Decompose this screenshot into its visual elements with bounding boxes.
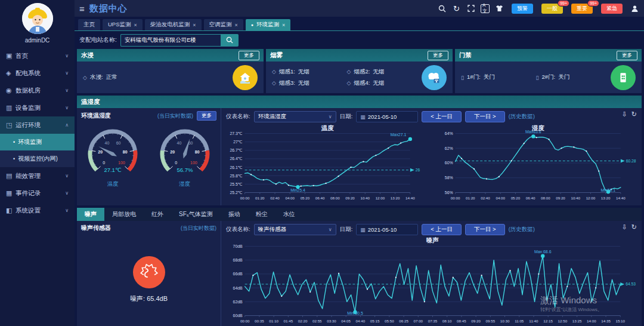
fullscreen-icon[interactable]	[466, 4, 475, 13]
sensor-value: 关门	[484, 73, 495, 81]
svg-text:26.4℃: 26.4℃	[230, 156, 242, 161]
sidebar-item-3[interactable]: ▥设备监测∨	[0, 99, 75, 116]
gauge-0: 02040608010027.1℃温度	[79, 123, 146, 188]
svg-text:09:20: 09:20	[556, 196, 565, 200]
date-input[interactable]: ▦2021-05-10	[356, 111, 418, 122]
sidebar-subitem-0[interactable]: •环境监测	[0, 134, 75, 150]
tab-2[interactable]: 柴油发电机监测×	[145, 19, 202, 30]
svg-text:04:00: 04:00	[496, 196, 505, 200]
smoke-more-button[interactable]: 更多	[428, 51, 448, 60]
tab-3[interactable]: 空调监测×	[204, 19, 243, 30]
home-icon: ▣	[6, 52, 16, 60]
noise-section: 噪声局部放电红外SF₆气体监测振动粉尘水位 噪声传感器 (当日实时数据) 噪声:…	[77, 208, 642, 326]
chevron-down-icon: ∨	[65, 53, 69, 59]
sub-tab-3[interactable]: SF₆气体监测	[171, 208, 221, 221]
noise-meter-select[interactable]: 噪声传感器∨	[254, 224, 336, 235]
close-icon[interactable]: ×	[193, 22, 196, 28]
alarm-badge-3[interactable]: 紧急	[601, 4, 623, 14]
tab-4[interactable]: ●环境监测×	[246, 19, 291, 30]
sub-tab-4[interactable]: 振动	[221, 208, 248, 221]
next-day-button[interactable]: 下一日 >	[465, 224, 505, 235]
svg-text:13:20: 13:20	[600, 196, 610, 200]
alarm-badge-2[interactable]: 重要99+	[571, 4, 593, 14]
calendar-icon: ▦	[360, 227, 366, 233]
sensor-item-0: ◇水浸: 正常	[83, 72, 158, 83]
sidebar-item-1[interactable]: ◈配电系统∨	[0, 64, 75, 82]
refresh-chart-icon[interactable]: ↻	[631, 223, 637, 231]
next-day-button[interactable]: 下一日 >	[465, 111, 505, 122]
alarm-badge-0[interactable]: 预警	[512, 4, 533, 14]
svg-text:80: 80	[195, 150, 200, 154]
sub-tab-5[interactable]: 粉尘	[248, 208, 275, 221]
sensor-item-3: ◇烟感4: 无烟	[347, 78, 422, 89]
tab-1[interactable]: UPS监测×	[103, 19, 143, 30]
search-icon[interactable]	[438, 4, 447, 13]
sensor-label: 烟感2:	[354, 68, 370, 76]
smoke-sensor-icon: ◇	[347, 69, 351, 75]
prev-day-button[interactable]: < 上一日	[422, 111, 462, 122]
svg-text:10:40: 10:40	[360, 196, 370, 200]
sub-tab-0[interactable]: 噪声	[77, 208, 104, 221]
close-icon[interactable]: ×	[235, 22, 238, 28]
refresh-chart-icon[interactable]: ↻	[631, 110, 637, 118]
download-icon[interactable]: ⇩	[622, 110, 627, 118]
avatar[interactable]	[22, 3, 53, 34]
status-panels-row: 水浸 更多 ◇水浸: 正常 烟雾 更多 ◇烟感1: 无烟◇烟感2: 无烟◇烟感3…	[75, 49, 644, 93]
history-data-link[interactable]: (历史数据)	[509, 226, 535, 233]
refresh-icon[interactable]: ↻	[452, 4, 461, 13]
badge-count: 99+	[587, 0, 599, 7]
sub-tab-2[interactable]: 红外	[144, 208, 171, 221]
sidebar-item-4[interactable]: ◳运行环境∧	[0, 116, 75, 134]
sidebar-item-2[interactable]: ◉数据机房∨	[0, 82, 75, 99]
sidebar-item-6[interactable]: ▦事件记录∨	[0, 184, 75, 202]
noise-sensor-pane: 噪声传感器 (当日实时数据) 噪声: 65.4dB	[77, 221, 221, 326]
date-label: 日期:	[340, 113, 353, 121]
gauge-more-button[interactable]: 更多	[197, 111, 216, 121]
meter-select[interactable]: 环境温湿度∨	[254, 111, 336, 122]
water-more-button[interactable]: 更多	[239, 51, 259, 60]
door-more-button[interactable]: 更多	[617, 51, 637, 60]
hamburger-menu-icon[interactable]: ≡	[79, 4, 85, 14]
sidebar-item-5[interactable]: ▤能效管理∨	[0, 167, 75, 184]
substation-search-row: 变配电站名称:	[75, 31, 644, 49]
tab-0[interactable]: 主页	[78, 19, 100, 30]
svg-text:60: 60	[116, 141, 121, 145]
svg-text:04:00: 04:00	[285, 196, 295, 200]
alarm-badge-1[interactable]: 一般99+	[541, 4, 563, 14]
sensor-value: 关门	[558, 73, 569, 81]
smoke-panel-title: 烟雾	[270, 51, 283, 60]
translate-icon[interactable]: A文	[481, 4, 490, 13]
svg-text:02:55: 02:55	[312, 319, 322, 324]
svg-text:06:40: 06:40	[525, 196, 535, 200]
substation-name-input[interactable]	[120, 34, 221, 47]
tab-label: UPS监测	[108, 21, 131, 29]
svg-text:56.7%: 56.7%	[177, 167, 193, 173]
sensor-item-2: ◇烟感3: 无烟	[272, 78, 347, 89]
close-icon[interactable]: ×	[134, 22, 137, 28]
svg-text:60.28: 60.28	[626, 159, 636, 163]
noise-ear-icon	[133, 256, 165, 288]
user-icon[interactable]	[630, 4, 639, 13]
noise-date-input[interactable]: ▦2021-05-10	[356, 224, 418, 235]
chevron-down-icon: ∨	[65, 208, 69, 213]
download-icon[interactable]: ⇩	[622, 223, 627, 231]
svg-text:02:20: 02:20	[298, 319, 308, 324]
prev-day-button[interactable]: < 上一日	[422, 224, 462, 235]
close-icon[interactable]: ×	[282, 22, 285, 28]
sidebar-subitem-1[interactable]: •视频监控(内网)	[0, 150, 75, 167]
app-window: adminDC ▣首页∨◈配电系统∨◉数据机房∨▥设备监测∨◳运行环境∧•环境监…	[0, 0, 644, 326]
sidebar-item-7[interactable]: ◧系统设置∨	[0, 202, 75, 219]
gauges: 02040608010027.1℃温度02040608010056.7%湿度	[77, 122, 221, 205]
sub-tab-1[interactable]: 局部放电	[104, 208, 144, 221]
gauge-label: 湿度	[179, 180, 190, 188]
gauge-1: 02040608010056.7%湿度	[151, 123, 218, 188]
sub-tab-6[interactable]: 水位	[275, 208, 303, 221]
sidebar-item-0[interactable]: ▣首页∨	[0, 47, 75, 64]
history-data-link[interactable]: (历史数据)	[509, 113, 535, 121]
substation-search-button[interactable]	[221, 34, 239, 47]
sensor-label: 1#门:	[467, 73, 481, 81]
tab-label: 空调监测	[209, 21, 232, 29]
svg-text:08:00: 08:00	[330, 196, 340, 200]
topbar-tools: ↻ A文 预警一般99+重要99+紧急	[438, 4, 639, 14]
theme-icon[interactable]	[495, 4, 504, 13]
